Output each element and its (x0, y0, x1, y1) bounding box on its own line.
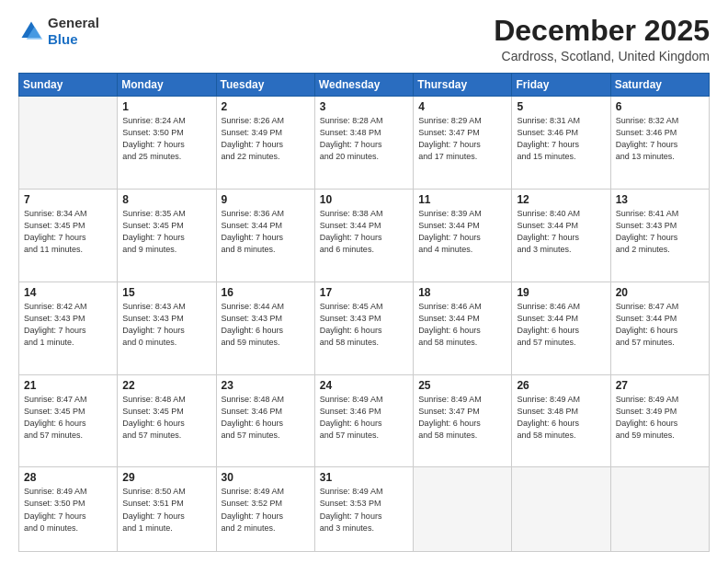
day-info: Sunrise: 8:49 AMSunset: 3:46 PMDaylight:… (320, 394, 408, 442)
logo-blue-text: Blue (48, 31, 78, 47)
day-info: Sunrise: 8:42 AMSunset: 3:43 PMDaylight:… (24, 301, 112, 349)
day-info: Sunrise: 8:49 AMSunset: 3:50 PMDaylight:… (24, 486, 112, 534)
day-number: 6 (616, 100, 704, 113)
table-row: 30Sunrise: 8:49 AMSunset: 3:52 PMDayligh… (216, 467, 314, 552)
table-row: 14Sunrise: 8:42 AMSunset: 3:43 PMDayligh… (19, 282, 118, 374)
day-number: 8 (122, 193, 210, 206)
day-info: Sunrise: 8:49 AMSunset: 3:48 PMDaylight:… (517, 394, 605, 442)
location: Cardross, Scotland, United Kingdom (494, 49, 710, 63)
table-row: 21Sunrise: 8:47 AMSunset: 3:45 PMDayligh… (19, 374, 118, 467)
day-number: 31 (320, 471, 408, 484)
table-row: 8Sunrise: 8:35 AMSunset: 3:45 PMDaylight… (118, 190, 216, 282)
table-row: 11Sunrise: 8:39 AMSunset: 3:44 PMDayligh… (414, 190, 512, 282)
day-number: 9 (222, 193, 310, 206)
table-row (19, 97, 118, 190)
day-number: 25 (418, 379, 506, 392)
table-row: 17Sunrise: 8:45 AMSunset: 3:43 PMDayligh… (314, 282, 413, 374)
table-row: 7Sunrise: 8:34 AMSunset: 3:45 PMDaylight… (19, 190, 118, 282)
day-number: 17 (320, 286, 408, 299)
day-info: Sunrise: 8:48 AMSunset: 3:45 PMDaylight:… (122, 394, 210, 442)
table-row: 2Sunrise: 8:26 AMSunset: 3:49 PMDaylight… (216, 97, 314, 190)
table-row: 9Sunrise: 8:36 AMSunset: 3:44 PMDaylight… (216, 190, 314, 282)
day-info: Sunrise: 8:49 AMSunset: 3:49 PMDaylight:… (616, 394, 704, 442)
day-number: 26 (517, 379, 605, 392)
day-info: Sunrise: 8:36 AMSunset: 3:44 PMDaylight:… (222, 208, 310, 256)
day-info: Sunrise: 8:50 AMSunset: 3:51 PMDaylight:… (122, 486, 210, 534)
day-info: Sunrise: 8:48 AMSunset: 3:46 PMDaylight:… (222, 394, 310, 442)
day-number: 2 (222, 100, 310, 113)
col-thursday: Thursday (414, 74, 512, 97)
col-friday: Friday (512, 74, 610, 97)
day-number: 22 (122, 379, 210, 392)
col-tuesday: Tuesday (216, 74, 314, 97)
day-info: Sunrise: 8:49 AMSunset: 3:47 PMDaylight:… (418, 394, 506, 442)
logo-general-text: General (48, 15, 99, 30)
table-row: 29Sunrise: 8:50 AMSunset: 3:51 PMDayligh… (118, 467, 216, 552)
day-info: Sunrise: 8:49 AMSunset: 3:52 PMDaylight:… (222, 486, 310, 534)
day-info: Sunrise: 8:46 AMSunset: 3:44 PMDaylight:… (418, 301, 506, 349)
day-number: 16 (222, 286, 310, 299)
col-monday: Monday (118, 74, 216, 97)
day-number: 30 (222, 471, 310, 484)
title-block: December 2025 Cardross, Scotland, United… (494, 15, 710, 63)
table-row: 15Sunrise: 8:43 AMSunset: 3:43 PMDayligh… (118, 282, 216, 374)
col-sunday: Sunday (19, 74, 118, 97)
day-info: Sunrise: 8:49 AMSunset: 3:53 PMDaylight:… (320, 486, 408, 534)
day-number: 24 (320, 379, 408, 392)
day-info: Sunrise: 8:32 AMSunset: 3:46 PMDaylight:… (616, 115, 704, 163)
table-row: 12Sunrise: 8:40 AMSunset: 3:44 PMDayligh… (512, 190, 610, 282)
day-number: 7 (24, 193, 112, 206)
day-info: Sunrise: 8:28 AMSunset: 3:48 PMDaylight:… (320, 115, 408, 163)
day-number: 4 (418, 100, 506, 113)
table-row: 1Sunrise: 8:24 AMSunset: 3:50 PMDaylight… (118, 97, 216, 190)
logo: General Blue (18, 15, 99, 48)
table-row: 18Sunrise: 8:46 AMSunset: 3:44 PMDayligh… (414, 282, 512, 374)
header: General Blue December 2025 Cardross, Sco… (18, 15, 710, 63)
table-row (512, 467, 610, 552)
calendar-week-row: 28Sunrise: 8:49 AMSunset: 3:50 PMDayligh… (19, 467, 710, 552)
logo-icon (18, 18, 44, 44)
table-row: 23Sunrise: 8:48 AMSunset: 3:46 PMDayligh… (216, 374, 314, 467)
day-info: Sunrise: 8:45 AMSunset: 3:43 PMDaylight:… (320, 301, 408, 349)
day-info: Sunrise: 8:40 AMSunset: 3:44 PMDaylight:… (517, 208, 605, 256)
table-row: 20Sunrise: 8:47 AMSunset: 3:44 PMDayligh… (610, 282, 709, 374)
day-info: Sunrise: 8:34 AMSunset: 3:45 PMDaylight:… (24, 208, 112, 256)
table-row: 27Sunrise: 8:49 AMSunset: 3:49 PMDayligh… (610, 374, 709, 467)
calendar-header-row: Sunday Monday Tuesday Wednesday Thursday… (19, 74, 710, 97)
table-row (414, 467, 512, 552)
col-wednesday: Wednesday (314, 74, 413, 97)
table-row: 10Sunrise: 8:38 AMSunset: 3:44 PMDayligh… (314, 190, 413, 282)
day-number: 10 (320, 193, 408, 206)
day-info: Sunrise: 8:38 AMSunset: 3:44 PMDaylight:… (320, 208, 408, 256)
table-row: 3Sunrise: 8:28 AMSunset: 3:48 PMDaylight… (314, 97, 413, 190)
day-info: Sunrise: 8:39 AMSunset: 3:44 PMDaylight:… (418, 208, 506, 256)
table-row: 24Sunrise: 8:49 AMSunset: 3:46 PMDayligh… (314, 374, 413, 467)
table-row: 22Sunrise: 8:48 AMSunset: 3:45 PMDayligh… (118, 374, 216, 467)
table-row (610, 467, 709, 552)
day-number: 28 (24, 471, 112, 484)
day-info: Sunrise: 8:31 AMSunset: 3:46 PMDaylight:… (517, 115, 605, 163)
day-info: Sunrise: 8:44 AMSunset: 3:43 PMDaylight:… (222, 301, 310, 349)
day-info: Sunrise: 8:46 AMSunset: 3:44 PMDaylight:… (517, 301, 605, 349)
table-row: 16Sunrise: 8:44 AMSunset: 3:43 PMDayligh… (216, 282, 314, 374)
day-info: Sunrise: 8:26 AMSunset: 3:49 PMDaylight:… (222, 115, 310, 163)
day-number: 11 (418, 193, 506, 206)
calendar-week-row: 1Sunrise: 8:24 AMSunset: 3:50 PMDaylight… (19, 97, 710, 190)
table-row: 28Sunrise: 8:49 AMSunset: 3:50 PMDayligh… (19, 467, 118, 552)
day-info: Sunrise: 8:47 AMSunset: 3:44 PMDaylight:… (616, 301, 704, 349)
calendar-table: Sunday Monday Tuesday Wednesday Thursday… (18, 73, 710, 552)
day-info: Sunrise: 8:29 AMSunset: 3:47 PMDaylight:… (418, 115, 506, 163)
page: General Blue December 2025 Cardross, Sco… (0, 0, 728, 563)
calendar-week-row: 21Sunrise: 8:47 AMSunset: 3:45 PMDayligh… (19, 374, 710, 467)
day-number: 15 (122, 286, 210, 299)
table-row: 13Sunrise: 8:41 AMSunset: 3:43 PMDayligh… (610, 190, 709, 282)
day-info: Sunrise: 8:41 AMSunset: 3:43 PMDaylight:… (616, 208, 704, 256)
day-number: 21 (24, 379, 112, 392)
day-number: 14 (24, 286, 112, 299)
table-row: 26Sunrise: 8:49 AMSunset: 3:48 PMDayligh… (512, 374, 610, 467)
table-row: 25Sunrise: 8:49 AMSunset: 3:47 PMDayligh… (414, 374, 512, 467)
calendar-week-row: 7Sunrise: 8:34 AMSunset: 3:45 PMDaylight… (19, 190, 710, 282)
table-row: 31Sunrise: 8:49 AMSunset: 3:53 PMDayligh… (314, 467, 413, 552)
month-title: December 2025 (494, 15, 710, 47)
day-number: 27 (616, 379, 704, 392)
